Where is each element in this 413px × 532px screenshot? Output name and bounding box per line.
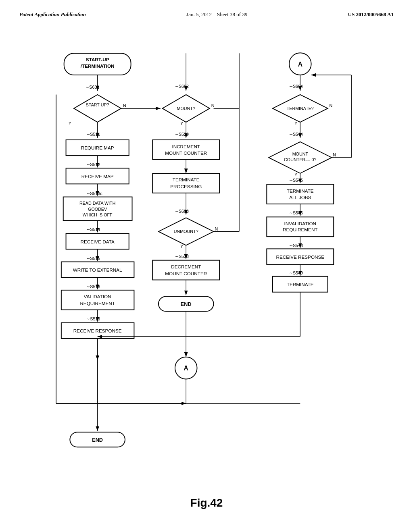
svg-text:MOUNT: MOUNT: [292, 152, 309, 156]
diagram-area: START-UP /TERMINATION A ∼S601 START UP? …: [0, 26, 413, 517]
svg-text:READ DATA WITH: READ DATA WITH: [79, 201, 116, 206]
svg-text:∼S529: ∼S529: [175, 132, 189, 137]
svg-text:∼S538: ∼S538: [175, 254, 189, 259]
svg-text:∼S546: ∼S546: [289, 210, 303, 215]
svg-text:∼S516: ∼S516: [86, 284, 100, 289]
svg-text:Y: Y: [69, 121, 71, 126]
svg-rect-49: [152, 173, 219, 193]
svg-text:TERMINATE?: TERMINATE?: [287, 106, 314, 111]
svg-text:REQUIRE MAP: REQUIRE MAP: [81, 145, 114, 150]
svg-text:∼S602: ∼S602: [175, 84, 189, 89]
svg-rect-54: [267, 184, 334, 204]
svg-text:GOODEV: GOODEV: [88, 207, 107, 212]
svg-text:TERMINATE: TERMINATE: [287, 188, 314, 193]
svg-text:∼S519: ∼S519: [86, 316, 100, 321]
svg-rect-31: [152, 140, 219, 160]
svg-text:RECEIVE DATA: RECEIVE DATA: [81, 239, 115, 244]
svg-text:∼S515: ∼S515: [86, 256, 100, 261]
svg-text:MOUNT?: MOUNT?: [177, 106, 195, 111]
header-date: Jan. 5, 2012: [186, 11, 212, 17]
svg-text:INCREMENT: INCREMENT: [172, 144, 200, 149]
svg-text:START UP?: START UP?: [86, 102, 109, 107]
svg-text:VALIDATION: VALIDATION: [84, 294, 111, 299]
svg-text:∼S544: ∼S544: [289, 132, 303, 137]
svg-text:REQUIREMENT: REQUIREMENT: [283, 227, 317, 232]
header-right: US 2012/0005668 A1: [348, 11, 394, 18]
svg-text:∼S604: ∼S604: [289, 84, 303, 89]
page-header: Patent Application Publication Jan. 5, 2…: [0, 0, 413, 18]
svg-text:A: A: [184, 365, 188, 372]
svg-text:∼S548: ∼S548: [289, 243, 303, 248]
svg-text:WHICH IS OFF: WHICH IS OFF: [83, 212, 113, 217]
figure-label: Fig.42: [0, 497, 413, 509]
svg-text:∼S549: ∼S549: [289, 270, 303, 275]
svg-text:/TERMINATION: /TERMINATION: [81, 63, 115, 69]
svg-text:START-UP: START-UP: [86, 57, 109, 62]
svg-text:Y: Y: [294, 121, 297, 126]
svg-text:N: N: [123, 103, 126, 108]
svg-text:COUNTER== 0?: COUNTER== 0?: [284, 157, 316, 162]
svg-text:Y: Y: [180, 121, 183, 126]
svg-rect-100: [61, 290, 134, 310]
svg-text:RECEIVE RESPONSE: RECEIVE RESPONSE: [276, 254, 324, 260]
svg-text:RECEIVE MAP: RECEIVE MAP: [81, 174, 114, 179]
svg-text:∼S603: ∼S603: [175, 209, 189, 214]
svg-text:∼S601: ∼S601: [86, 85, 99, 89]
svg-text:END: END: [92, 437, 103, 443]
svg-rect-84: [152, 260, 219, 280]
svg-text:UNMOUNT?: UNMOUNT?: [174, 229, 198, 234]
svg-text:N: N: [211, 103, 215, 108]
svg-text:∼S512: ∼S512: [86, 162, 100, 167]
svg-text:REQUIREMENT: REQUIREMENT: [80, 301, 115, 306]
svg-text:TERMINATE: TERMINATE: [287, 282, 314, 287]
svg-text:ALL JOBS: ALL JOBS: [289, 195, 311, 200]
svg-text:∼S511: ∼S511: [86, 132, 100, 137]
header-sheet: Sheet 38 of 39: [217, 11, 247, 17]
svg-text:Y: Y: [180, 244, 183, 249]
svg-text:∼S513c: ∼S513c: [86, 191, 102, 196]
svg-text:A: A: [298, 61, 302, 68]
svg-marker-9: [74, 95, 121, 122]
svg-text:MOUNT COUNTER: MOUNT COUNTER: [165, 150, 207, 156]
svg-text:DECREMENT: DECREMENT: [171, 264, 201, 269]
svg-text:∼S545: ∼S545: [289, 178, 303, 183]
svg-text:N: N: [330, 103, 333, 108]
svg-text:N: N: [333, 152, 336, 157]
svg-text:RECEIVE RESPONSE: RECEIVE RESPONSE: [73, 328, 122, 333]
svg-text:INVALIDATION: INVALIDATION: [284, 221, 317, 226]
header-left: Patent Application Publication: [19, 11, 86, 18]
svg-text:WRITE TO EXTERNAL: WRITE TO EXTERNAL: [73, 267, 122, 272]
svg-text:PROCESSING: PROCESSING: [170, 184, 202, 189]
svg-text:MOUNT COUNTER: MOUNT COUNTER: [165, 271, 207, 276]
flowchart-svg: START-UP /TERMINATION A ∼S601 START UP? …: [0, 26, 413, 517]
svg-text:Y: Y: [294, 172, 297, 177]
header-center: Jan. 5, 2012 Sheet 38 of 39: [186, 11, 247, 18]
svg-text:END: END: [181, 301, 192, 307]
svg-text:TERMINATE: TERMINATE: [173, 177, 200, 182]
svg-text:N: N: [215, 227, 218, 231]
svg-text:∼S514: ∼S514: [86, 227, 100, 232]
